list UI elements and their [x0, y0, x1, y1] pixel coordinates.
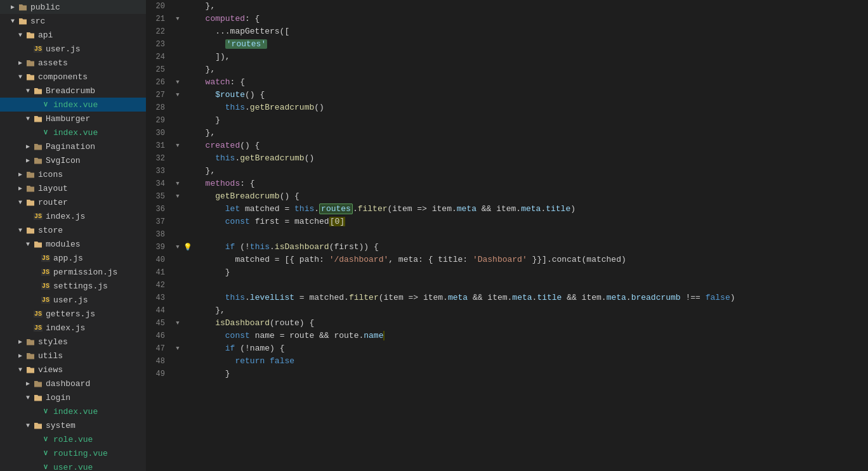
- keyword: const: [225, 217, 250, 226]
- lightbulb-icon[interactable]: 💡: [183, 241, 192, 254]
- fold-gutter[interactable]: ▼: [173, 190, 183, 203]
- line-number: 36: [146, 203, 173, 216]
- tree-arrow: ▶: [23, 157, 33, 164]
- sidebar-item-api[interactable]: ▼api: [0, 28, 146, 42]
- code-content: computed: {: [193, 13, 868, 25]
- sidebar-item-SvgIcon[interactable]: ▶SvgIcon: [0, 153, 146, 167]
- code-line: 39▼💡 if (!this.isDashboard(first)) {: [146, 241, 868, 254]
- sidebar-item-user.js[interactable]: JSuser.js: [0, 42, 146, 56]
- punctuation: }: [195, 369, 230, 378]
- tree-arrow: ▼: [23, 87, 33, 94]
- sidebar-item-router[interactable]: ▼router: [0, 195, 146, 209]
- fold-gutter[interactable]: ▼: [173, 13, 183, 25]
- code-line: 32 this.getBreadcrumb(): [146, 152, 868, 165]
- sidebar-item-public[interactable]: ▶public: [0, 0, 146, 14]
- sidebar-item-store[interactable]: ▼store: [0, 223, 146, 237]
- code-content: this.getBreadcrumb(): [193, 152, 868, 165]
- tree-arrow: ▼: [15, 227, 25, 234]
- property-name: meta: [607, 293, 626, 302]
- plain-text: matched =: [240, 204, 294, 214]
- punctuation: ): [730, 293, 735, 302]
- sidebar-item-user.vue[interactable]: Vuser.vue: [0, 460, 146, 471]
- sidebar-item-routing.vue[interactable]: Vrouting.vue: [0, 446, 146, 460]
- fold-gutter[interactable]: ▼: [173, 76, 183, 89]
- sidebar-item-index.js.st[interactable]: JSindex.js: [0, 321, 146, 335]
- fold-gutter[interactable]: ▼: [173, 241, 183, 254]
- fold-gutter[interactable]: ▼: [173, 342, 183, 355]
- sidebar-item-icons[interactable]: ▶icons: [0, 167, 146, 181]
- code-line: 23 'routes': [146, 38, 868, 51]
- plain-text: [195, 204, 225, 214]
- sidebar-item-index.vue.l[interactable]: Vindex.vue: [0, 404, 146, 418]
- sidebar-item-index.vue.1[interactable]: Vindex.vue: [0, 98, 146, 112]
- sidebar-item-system[interactable]: ▼system: [0, 418, 146, 432]
- line-number: 34: [146, 177, 173, 190]
- boxed-text: routes: [319, 203, 353, 214]
- code-line: 43 this.levelList = matched.filter(item …: [146, 292, 868, 304]
- tree-item-label: icons: [38, 170, 146, 179]
- folder-icon: [25, 72, 36, 82]
- fold-gutter[interactable]: ▼: [173, 317, 183, 330]
- folder-icon: [33, 141, 43, 152]
- sidebar-item-permission.js[interactable]: JSpermission.js: [0, 265, 146, 279]
- tree-item-label: router: [38, 198, 146, 207]
- sidebar-item-src[interactable]: ▼src: [0, 14, 146, 28]
- sidebar-item-settings.js[interactable]: JSsettings.js: [0, 279, 146, 293]
- sidebar-item-Pagination[interactable]: ▶Pagination: [0, 139, 146, 153]
- code-editor: 20 },21▼ computed: {22 ...mapGetters([23…: [146, 0, 868, 471]
- line-number: 44: [146, 304, 173, 317]
- sidebar-item-Breadcrumb[interactable]: ▼Breadcrumb: [0, 84, 146, 98]
- sidebar-item-Hamburger[interactable]: ▼Hamburger: [0, 112, 146, 126]
- fold-gutter[interactable]: ▼: [173, 89, 183, 101]
- hint-gutter[interactable]: 💡: [183, 241, 193, 254]
- sidebar-item-assets[interactable]: ▶assets: [0, 56, 146, 70]
- function-name: isDashboard: [275, 242, 329, 252]
- code-content: ...mapGetters([: [193, 25, 868, 38]
- keyword: return: [235, 356, 265, 366]
- sidebar-item-user.js.s[interactable]: JSuser.js: [0, 293, 146, 307]
- sidebar-item-role.vue[interactable]: Vrole.vue: [0, 432, 146, 446]
- sidebar-item-index.vue.2[interactable]: Vindex.vue: [0, 126, 146, 139]
- property-name: levelList: [250, 293, 294, 302]
- sidebar-item-components[interactable]: ▼components: [0, 70, 146, 84]
- line-number: 37: [146, 216, 173, 228]
- plain-text: = matched.: [294, 293, 349, 302]
- code-content: created() {: [193, 139, 868, 152]
- tree-item-label: store: [38, 226, 146, 235]
- sidebar-item-modules[interactable]: ▼modules: [0, 237, 146, 251]
- punctuation: }: [195, 115, 220, 125]
- code-content: watch: {: [193, 76, 868, 89]
- line-number: 40: [146, 254, 173, 266]
- folder-icon: [18, 2, 28, 12]
- sidebar-item-index.js.r[interactable]: JSindex.js: [0, 209, 146, 223]
- plain-text: [195, 217, 225, 226]
- sidebar-item-app.js[interactable]: JSapp.js: [0, 251, 146, 265]
- keyword: false: [270, 356, 294, 366]
- code-content: }: [193, 368, 868, 380]
- punctuation: .: [270, 242, 275, 252]
- vue-icon: V: [41, 127, 51, 138]
- punctuation: (): [314, 103, 324, 112]
- file-explorer: ▶public▼src▼apiJSuser.js▶assets▼componen…: [0, 0, 146, 471]
- plain-text: && item.: [468, 293, 512, 302]
- tree-item-label: src: [30, 16, 146, 26]
- plain-text: matched = [{: [195, 255, 294, 264]
- sidebar-item-styles[interactable]: ▶styles: [0, 335, 146, 349]
- fold-gutter[interactable]: ▼: [173, 177, 183, 190]
- sidebar-item-layout[interactable]: ▶layout: [0, 181, 146, 195]
- punctuation: (route) {: [270, 318, 314, 328]
- punctuation: : {: [245, 14, 260, 23]
- js-icon: JS: [33, 44, 43, 54]
- punctuation: (): [305, 153, 315, 163]
- fold-gutter[interactable]: ▼: [173, 139, 183, 152]
- sidebar-item-views[interactable]: ▼views: [0, 363, 146, 377]
- plain-text: , meta: { title:: [388, 255, 473, 264]
- sidebar-item-getters.js[interactable]: JSgetters.js: [0, 307, 146, 321]
- line-number: 30: [146, 127, 173, 139]
- punctuation: : {: [230, 77, 245, 87]
- sidebar-item-dashboard[interactable]: ▶dashboard: [0, 377, 146, 390]
- sidebar-item-utils[interactable]: ▶utils: [0, 349, 146, 363]
- sidebar-item-login[interactable]: ▼login: [0, 390, 146, 404]
- folder-icon: [33, 113, 43, 124]
- tree-item-label: index.js: [46, 323, 146, 333]
